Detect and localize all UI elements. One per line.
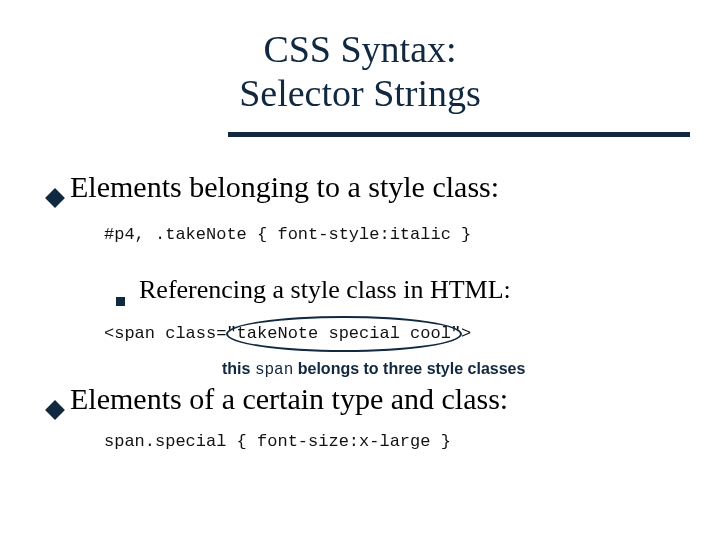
- title-line-2: Selector Strings: [0, 72, 720, 116]
- sub-bullet-1-text: Referencing a style class in HTML:: [139, 275, 511, 305]
- bullet-1: Elements belonging to a style class:: [48, 170, 499, 204]
- slide: CSS Syntax: Selector Strings Elements be…: [0, 0, 720, 540]
- bullet-2-text: Elements of a certain type and class:: [70, 382, 508, 416]
- bullet-1-text: Elements belonging to a style class:: [70, 170, 499, 204]
- square-bullet-icon: [116, 297, 125, 306]
- annotation-note: this span belongs to three style classes: [222, 360, 525, 379]
- bullet-2: Elements of a certain type and class:: [48, 382, 508, 416]
- highlight-ellipse: [226, 316, 462, 352]
- diamond-bullet-icon: [45, 188, 65, 208]
- note-suffix: belongs to three style classes: [293, 360, 525, 377]
- title-line-1: CSS Syntax:: [0, 28, 720, 72]
- note-prefix: this: [222, 360, 255, 377]
- code-block-1: #p4, .takeNote { font-style:italic }: [104, 225, 471, 244]
- slide-title: CSS Syntax: Selector Strings: [0, 28, 720, 115]
- note-mono: span: [255, 361, 293, 379]
- diamond-bullet-icon: [45, 400, 65, 420]
- title-underline: [228, 132, 690, 137]
- code-block-3: span.special { font-size:x-large }: [104, 432, 451, 451]
- sub-bullet-1: Referencing a style class in HTML:: [116, 275, 511, 305]
